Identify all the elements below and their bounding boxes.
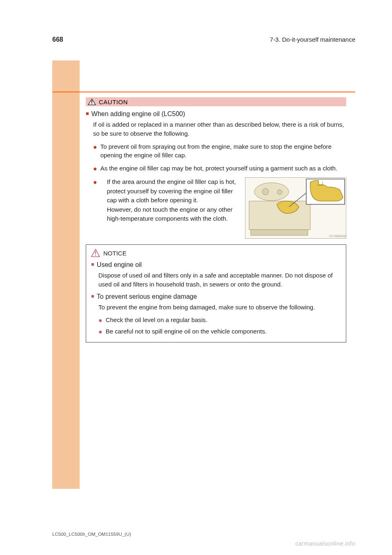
section-tab-sidebar xyxy=(52,60,80,489)
notice-topic-2-title: To prevent serious engine damage xyxy=(97,293,197,300)
svg-point-5 xyxy=(254,183,289,201)
bullet-text-wrap: If the area around the engine oil filler… xyxy=(107,177,238,224)
topic-marker-icon: ■ xyxy=(91,261,94,267)
notice-label: NOTICE xyxy=(103,250,127,257)
caution-intro: If oil is added or replaced in a manner … xyxy=(93,120,346,138)
notice-triangle-icon xyxy=(91,249,100,257)
page-root: 668 7-3. Do-it-yourself maintenance CAUT… xyxy=(0,0,392,555)
bullet-text: Be careful not to spill engine oil on th… xyxy=(106,327,341,336)
caution-label: CAUTION xyxy=(99,98,128,105)
bullet-text: To prevent oil from spraying out from th… xyxy=(100,142,346,160)
notice-bullet-2: ● Be careful not to spill engine oil on … xyxy=(98,327,341,336)
page-header: 668 7-3. Do-it-yourself maintenance xyxy=(52,36,355,43)
topic-title-text: When adding engine oil (LC500) xyxy=(91,110,185,117)
notice-topic-2: ■To prevent serious engine damage xyxy=(91,293,341,300)
caution-bullet-1: ● To prevent oil from spraying out from … xyxy=(93,142,346,160)
notice-box: NOTICE ■Used engine oil Dispose of used … xyxy=(86,244,346,342)
notice-topic-1: ■Used engine oil xyxy=(91,261,341,269)
caution-triangle-icon xyxy=(87,98,96,105)
page-number: 668 xyxy=(52,36,63,43)
bullet-dot-icon: ● xyxy=(93,177,97,187)
svg-rect-3 xyxy=(91,103,92,104)
bullet-text-main: If the area around the engine oil filler… xyxy=(107,178,236,204)
caution-header: CAUTION xyxy=(86,97,346,106)
svg-rect-14 xyxy=(95,251,96,254)
svg-rect-15 xyxy=(95,255,96,255)
bullet-dot-icon: ● xyxy=(98,327,102,336)
bullet-dot-icon: ● xyxy=(93,142,97,160)
notice-topic-1-body: Dispose of used oil and filters only in … xyxy=(98,271,341,289)
bullet-dot-icon: ● xyxy=(98,316,102,325)
caution-bullet-3-with-figure: ● If the area around the engine oil fill… xyxy=(93,177,346,239)
topic-marker-icon: ■ xyxy=(91,293,94,299)
svg-point-8 xyxy=(262,188,269,195)
svg-text:CLY82AZ081: CLY82AZ081 xyxy=(329,234,346,238)
section-label: 7-3. Do-it-yourself maintenance xyxy=(270,36,355,43)
notice-topic-1-title: Used engine oil xyxy=(97,261,142,268)
footer-doc-id: LC500_LC500h_OM_OM11559U_(U) xyxy=(52,532,131,537)
topic-marker-icon: ■ xyxy=(86,110,89,116)
svg-point-9 xyxy=(277,190,282,195)
engine-oil-cap-illustration: CLY82AZ081 xyxy=(245,177,346,239)
content-area: CAUTION ■When adding engine oil (LC500) … xyxy=(86,97,346,342)
caution-topic-title: ■When adding engine oil (LC500) xyxy=(86,110,346,118)
bullet-text: Check the oil level on a regular basis. xyxy=(106,316,341,325)
svg-rect-2 xyxy=(91,101,92,103)
header-rule xyxy=(52,92,355,92)
notice-bullet-1: ● Check the oil level on a regular basis… xyxy=(98,316,341,325)
watermark-text: carmanualsonline.info xyxy=(295,540,355,547)
notice-header: NOTICE xyxy=(91,249,341,257)
notice-topic-2-intro: To prevent the engine from being damaged… xyxy=(98,303,341,312)
bullet-dot-icon: ● xyxy=(93,164,97,173)
svg-rect-7 xyxy=(251,230,308,235)
bullet-text: As the engine oil filler cap may be hot,… xyxy=(100,164,346,173)
caution-bullet-2: ● As the engine oil filler cap may be ho… xyxy=(93,164,346,173)
bullet-text-cont: However, do not touch the engine or any … xyxy=(107,206,233,222)
